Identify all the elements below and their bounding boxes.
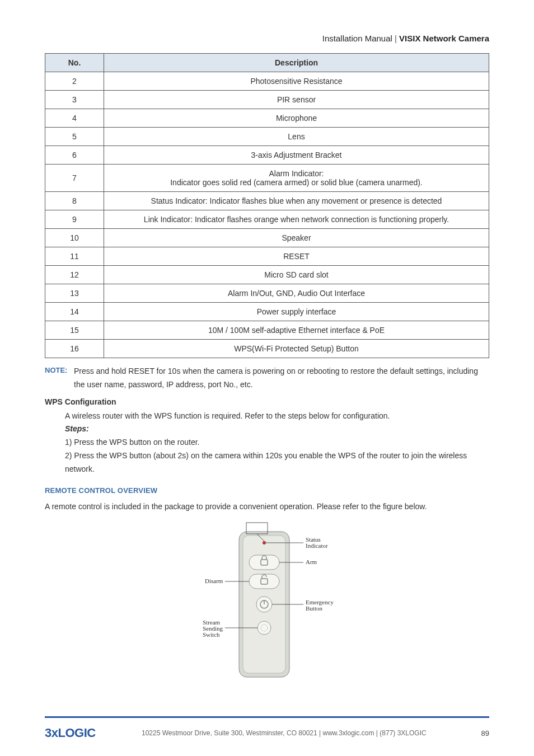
- table-cell-no: 13: [45, 284, 104, 303]
- table-row: 2Photosensitive Resistance: [45, 72, 489, 91]
- table-header-no: No.: [45, 54, 104, 72]
- table-header-row: No. Description: [45, 54, 489, 72]
- table-cell-no: 9: [45, 210, 104, 229]
- wps-steps-label: Steps:: [65, 422, 489, 436]
- table-cell-no: 10: [45, 229, 104, 247]
- table-row: 7Alarm Indicator:Indicator goes solid re…: [45, 165, 489, 192]
- footer-address: 10225 Westmoor Drive, Suite 300, Westmin…: [96, 729, 472, 737]
- table-row: 3PIR sensor: [45, 91, 489, 109]
- header-right: VISIX Network Camera: [399, 34, 489, 43]
- label-status: StatusIndicator: [306, 536, 328, 549]
- logo-x: x: [51, 726, 58, 740]
- page-header: Installation Manual | VISIX Network Came…: [45, 34, 489, 43]
- arm-button: [249, 555, 279, 570]
- table-cell-desc: Speaker: [104, 229, 489, 247]
- wps-step-1: 1) Press the WPS button on the router.: [65, 436, 489, 449]
- table-cell-desc: Micro SD card slot: [104, 266, 489, 284]
- description-table: No. Description 2Photosensitive Resistan…: [45, 53, 489, 358]
- table-row: 14Power supply interface: [45, 303, 489, 321]
- note-text: Press and hold RESET for 10s when the ca…: [74, 365, 489, 392]
- table-row: 1510M / 100M self-adaptive Ethernet inte…: [45, 321, 489, 340]
- table-cell-no: 3: [45, 91, 104, 109]
- table-cell-desc: WPS(Wi-Fi Protected Setup) Button: [104, 340, 489, 358]
- logo-3: 3: [45, 726, 51, 740]
- table-cell-desc: Microphone: [104, 109, 489, 128]
- table-row: 11RESET: [45, 247, 489, 266]
- table-cell-desc: PIR sensor: [104, 91, 489, 109]
- footer-logo: 3xLOGIC: [45, 726, 96, 740]
- remote-figure: StatusIndicator Arm Disarm EmergencyButt…: [45, 520, 489, 688]
- table-row: 5Lens: [45, 128, 489, 146]
- page-footer: 3xLOGIC 10225 Westmoor Drive, Suite 300,…: [45, 716, 489, 740]
- table-cell-no: 4: [45, 109, 104, 128]
- table-cell-no: 2: [45, 72, 104, 91]
- logo-logic: LOGIC: [58, 726, 96, 740]
- remote-heading: REMOTE CONTROL OVERVIEW: [45, 486, 489, 495]
- table-cell-desc: 10M / 100M self-adaptive Ethernet interf…: [104, 321, 489, 340]
- disarm-button: [249, 574, 279, 589]
- table-cell-desc: RESET: [104, 247, 489, 266]
- table-cell-desc: Power supply interface: [104, 303, 489, 321]
- table-cell-desc: Photosensitive Resistance: [104, 72, 489, 91]
- label-emergency: EmergencyButton: [306, 599, 334, 612]
- status-indicator-icon: [263, 541, 266, 544]
- remote-svg: StatusIndicator Arm Disarm EmergencyButt…: [186, 520, 348, 688]
- table-row: 9Link Indicator: Indicator flashes orang…: [45, 210, 489, 229]
- table-cell-no: 16: [45, 340, 104, 358]
- table-cell-no: 8: [45, 192, 104, 210]
- header-divider: |: [392, 34, 399, 43]
- table-cell-desc: 3-axis Adjustment Bracket: [104, 146, 489, 165]
- table-cell-desc: Link Indicator: Indicator flashes orange…: [104, 210, 489, 229]
- table-cell-desc: Status Indicator: Indicator flashes blue…: [104, 192, 489, 210]
- table-row: 12Micro SD card slot: [45, 266, 489, 284]
- table-row: 4Microphone: [45, 109, 489, 128]
- table-cell-no: 12: [45, 266, 104, 284]
- footer-page-number: 89: [472, 729, 489, 738]
- note-label: NOTE:: [45, 365, 69, 374]
- label-disarm: Disarm: [205, 577, 223, 584]
- table-row: 13Alarm In/Out, GND, Audio Out Interface: [45, 284, 489, 303]
- note-block: NOTE: Press and hold RESET for 10s when …: [45, 365, 489, 392]
- table-cell-no: 5: [45, 128, 104, 146]
- remote-intro: A remote control is included in the pack…: [45, 500, 489, 513]
- table-row: 63-axis Adjustment Bracket: [45, 146, 489, 165]
- wps-step-2: 2) Press the WPS button (about 2s) on th…: [65, 449, 489, 476]
- table-cell-no: 14: [45, 303, 104, 321]
- table-cell-desc: Alarm In/Out, GND, Audio Out Interface: [104, 284, 489, 303]
- table-row: 16WPS(Wi-Fi Protected Setup) Button: [45, 340, 489, 358]
- label-arm: Arm: [306, 558, 317, 565]
- table-row: 8Status Indicator: Indicator flashes blu…: [45, 192, 489, 210]
- table-cell-no: 6: [45, 146, 104, 165]
- table-cell-no: 11: [45, 247, 104, 266]
- stream-switch-button: [257, 621, 271, 635]
- header-left: Installation Manual: [322, 34, 392, 43]
- table-cell-desc: Alarm Indicator:Indicator goes solid red…: [104, 165, 489, 192]
- label-stream: StreamSendingSwitch: [203, 619, 223, 638]
- wps-body: A wireless router with the WPS function …: [65, 410, 489, 476]
- table-header-desc: Description: [104, 54, 489, 72]
- wps-heading: WPS Configuration: [45, 397, 489, 406]
- table-cell-no: 7: [45, 165, 104, 192]
- table-cell-desc: Lens: [104, 128, 489, 146]
- table-cell-no: 15: [45, 321, 104, 340]
- table-row: 10Speaker: [45, 229, 489, 247]
- wps-intro: A wireless router with the WPS function …: [65, 410, 489, 423]
